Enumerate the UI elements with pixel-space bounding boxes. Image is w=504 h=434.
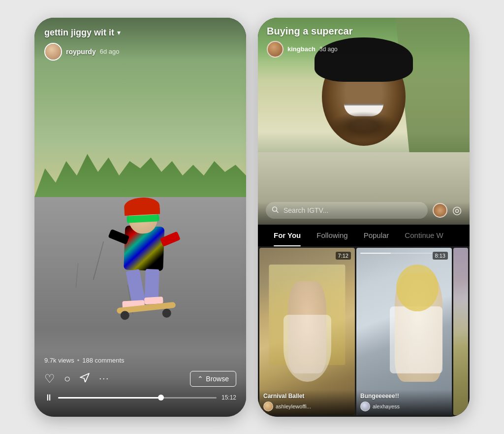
- settings-icon[interactable]: ◎: [452, 204, 462, 217]
- time-ago-left: 6d ago: [100, 48, 120, 55]
- share-icon[interactable]: [79, 372, 90, 385]
- search-input[interactable]: [266, 202, 428, 219]
- right-controls: ◎: [258, 202, 470, 225]
- phone-right: Buying a supercar kingbach 3d ago: [258, 18, 470, 417]
- phone-left: gettin jiggy wit it ▾ roypurdy 6d ago 9.…: [34, 18, 246, 417]
- progress-fill: [58, 397, 161, 399]
- thumb-duration-1: 7:12: [336, 252, 351, 260]
- tab-for-you[interactable]: For You: [266, 225, 309, 246]
- tab-popular[interactable]: Popular: [356, 225, 397, 246]
- browse-label: Browse: [206, 375, 229, 383]
- avatar-left[interactable]: [44, 43, 62, 61]
- tabs-row: For You Following Popular Continue W: [258, 225, 470, 246]
- right-user-avatar[interactable]: [267, 41, 284, 58]
- thumb-bottom-2: Bungeeeeee!! alexhayess: [356, 390, 452, 415]
- thumb-title-1: Carnival Ballet: [263, 393, 351, 400]
- view-count: 9.7k views: [44, 357, 74, 364]
- like-icon[interactable]: ♡: [44, 372, 55, 386]
- pause-button[interactable]: ⏸: [44, 393, 53, 403]
- browse-button[interactable]: ⌃ Browse: [190, 371, 236, 387]
- right-username[interactable]: kingbach: [287, 45, 315, 53]
- comment-count: 188 comments: [82, 357, 124, 364]
- thumbnails-area: 7:12 Carnival Ballet ashleylewoffi...: [258, 246, 470, 417]
- username-left[interactable]: roypurdy: [66, 48, 96, 56]
- comment-icon[interactable]: ○: [64, 372, 70, 385]
- right-video-title: Buying a supercar: [267, 26, 461, 37]
- right-user-row: kingbach 3d ago: [267, 41, 461, 58]
- thumb-username-2: alexhayess: [373, 403, 400, 409]
- action-bar: ♡ ○ ··· ⌃ Browse: [44, 371, 236, 387]
- tab-following[interactable]: Following: [309, 225, 355, 246]
- user-row: roypurdy 6d ago: [44, 43, 236, 61]
- thumb-card-3[interactable]: [453, 248, 468, 415]
- thumb-username-1: ashleylewoffi...: [276, 403, 311, 409]
- thumb-user-row-1: ashleylewoffi...: [263, 401, 351, 411]
- screenshot-container: gettin jiggy wit it ▾ roypurdy 6d ago 9.…: [0, 0, 504, 434]
- left-top-overlay: gettin jiggy wit it ▾ roypurdy 6d ago: [34, 18, 246, 61]
- thumb-bottom-1: Carnival Ballet ashleylewoffi...: [259, 390, 355, 415]
- thumb-title-2: Bungeeeeee!!: [360, 393, 448, 400]
- thumb-duration-2: 8:13: [433, 252, 448, 260]
- thumb-user-row-2: alexhayess: [360, 401, 448, 411]
- thumb-avatar-1: [263, 401, 273, 411]
- progress-bar-container: ⏸ 15:12: [44, 393, 236, 403]
- more-icon[interactable]: ···: [99, 373, 109, 384]
- right-time-ago: 3d ago: [319, 46, 338, 53]
- video-title: gettin jiggy wit it: [44, 28, 114, 38]
- right-top-bar: Buying a supercar kingbach 3d ago: [258, 18, 470, 63]
- thumb-progress-bar: [360, 253, 437, 254]
- search-wrapper: [266, 202, 428, 219]
- progress-thumb: [158, 395, 164, 401]
- thumb-bg-3: [453, 248, 468, 415]
- stats-row: 9.7k views • 188 comments: [44, 357, 236, 364]
- thumb-card-1[interactable]: 7:12 Carnival Ballet ashleylewoffi...: [259, 248, 355, 415]
- dropdown-icon[interactable]: ▾: [117, 29, 121, 36]
- dot-separator: •: [77, 357, 80, 364]
- avatar-inner: [45, 44, 61, 60]
- skater-figure: [102, 195, 186, 307]
- progress-track[interactable]: [58, 397, 217, 399]
- face-container: [315, 47, 413, 166]
- video-title-row: gettin jiggy wit it ▾: [44, 28, 236, 38]
- thumb-avatar-2: [360, 401, 370, 411]
- browse-arrow: ⌃: [197, 375, 203, 383]
- thumb-card-2[interactable]: 8:13 Bungeeeeee!! alexhayess: [356, 248, 452, 415]
- tree-strip: [34, 125, 246, 197]
- tab-continue[interactable]: Continue W: [397, 225, 451, 246]
- right-video-area: Buying a supercar kingbach 3d ago: [258, 18, 470, 225]
- action-icons: ♡ ○ ···: [44, 372, 109, 386]
- user-avatar-top-right[interactable]: [433, 203, 447, 218]
- left-bottom-overlay: 9.7k views • 188 comments ♡ ○ ··· ⌃: [34, 351, 246, 417]
- time-label: 15:12: [221, 394, 236, 401]
